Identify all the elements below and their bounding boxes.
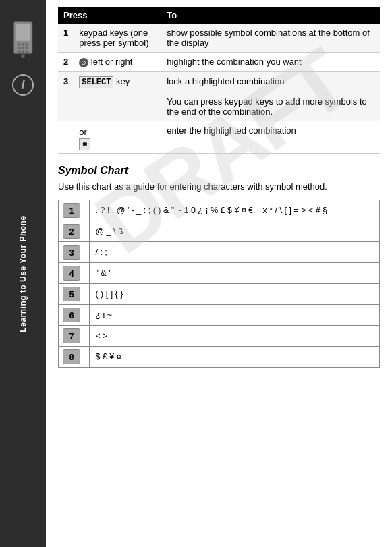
key-number: 3 xyxy=(63,245,80,260)
row-or-press: or ✱ xyxy=(74,121,161,153)
symbol-value-cell: . ? ! , @ ' - _ : ; ( ) & " ~ 1 0 ¿ ¡ % … xyxy=(90,200,380,221)
row-number-2: 2 xyxy=(58,53,74,72)
row-2-press-text: left or right xyxy=(91,57,132,67)
row-3-to-line2: You can press keypad keys to add more sy… xyxy=(167,96,374,117)
symbol-table: 1. ? ! , @ ' - _ : ; ( ) & " ~ 1 0 ¿ ¡ %… xyxy=(58,200,380,368)
symbol-key-cell: 1 xyxy=(59,200,90,221)
symbol-table-row: 3/ : ; xyxy=(59,241,380,262)
table-header-press: Press xyxy=(58,7,161,24)
key-number: 7 xyxy=(63,328,80,343)
section-description: Use this chart as a guide for entering c… xyxy=(58,181,380,193)
table-header-to: To xyxy=(161,7,380,24)
symbol-key-cell: 7 xyxy=(59,325,90,346)
symbol-value-cell: $ £ ¥ ¤ xyxy=(90,346,380,367)
select-key: SELECT xyxy=(79,76,113,88)
symbol-value-cell: < > = xyxy=(90,325,380,346)
star-key: ✱ xyxy=(79,138,90,150)
row-3-press-text: key xyxy=(116,76,130,86)
key-number: 5 xyxy=(63,287,80,301)
symbol-key-cell: 5 xyxy=(59,283,90,304)
symbol-table-row: 7< > = xyxy=(59,325,380,346)
row-3-press: SELECT key xyxy=(74,71,161,121)
section-title: Symbol Chart xyxy=(58,165,380,177)
instruction-table: Press To 1 keypad keys (one press per sy… xyxy=(58,7,380,154)
key-number: 8 xyxy=(63,349,80,364)
table-row-or: or ✱ enter the highlighted combination xyxy=(58,121,380,153)
key-number: 2 xyxy=(63,224,80,239)
row-2-to: highlight the combination you want xyxy=(161,53,380,72)
row-number-1: 1 xyxy=(58,24,74,53)
symbol-value-cell: @ _ \ ß xyxy=(90,221,380,241)
nav-icon: ⊙ xyxy=(79,58,88,67)
symbol-key-cell: 6 xyxy=(59,304,90,325)
symbol-value-cell: ( ) [ ] { } xyxy=(90,283,380,304)
symbol-table-row: 5( ) [ ] { } xyxy=(59,283,380,304)
key-number: 1 xyxy=(63,203,80,218)
row-number-3: 3 xyxy=(58,71,74,121)
key-number: 6 xyxy=(63,308,80,322)
symbol-key-cell: 4 xyxy=(59,262,90,283)
main-content: Press To 1 keypad keys (one press per sy… xyxy=(46,0,392,547)
symbol-table-row: 8$ £ ¥ ¤ xyxy=(59,346,380,367)
symbol-value-cell: " & ' xyxy=(90,262,380,283)
row-1-to: show possible symbol combinations at the… xyxy=(161,24,380,53)
symbol-key-cell: 2 xyxy=(59,221,90,241)
row-or-empty1 xyxy=(58,121,74,153)
key-number: 4 xyxy=(63,266,80,281)
symbol-table-row: 4" & ' xyxy=(59,262,380,283)
or-text: or xyxy=(79,127,156,137)
symbol-table-row: 6¿ i ~ xyxy=(59,304,380,325)
table-row: 3 SELECT key lock a highlighted combinat… xyxy=(58,71,380,121)
sidebar-text-container: Learning to Use Your Phone xyxy=(0,0,46,547)
row-3-to: lock a highlighted combination You can p… xyxy=(161,71,380,121)
symbol-value-cell: / : ; xyxy=(90,241,380,262)
row-or-to: enter the highlighted combination xyxy=(161,121,380,153)
table-row: 2 ⊙ left or right highlight the combinat… xyxy=(58,53,380,72)
row-3-to-line1: lock a highlighted combination xyxy=(167,76,374,86)
symbol-value-cell: ¿ i ~ xyxy=(90,304,380,325)
symbol-table-row: 1. ? ! , @ ' - _ : ; ( ) & " ~ 1 0 ¿ ¡ %… xyxy=(59,200,380,221)
sidebar-label: Learning to Use Your Phone xyxy=(18,215,28,332)
symbol-key-cell: 8 xyxy=(59,346,90,367)
row-2-press: ⊙ left or right xyxy=(74,53,161,72)
symbol-table-row: 2@ _ \ ß xyxy=(59,221,380,241)
row-1-press: keypad keys (one press per symbol) xyxy=(74,24,161,53)
symbol-key-cell: 3 xyxy=(59,241,90,262)
table-row: 1 keypad keys (one press per symbol) sho… xyxy=(58,24,380,53)
